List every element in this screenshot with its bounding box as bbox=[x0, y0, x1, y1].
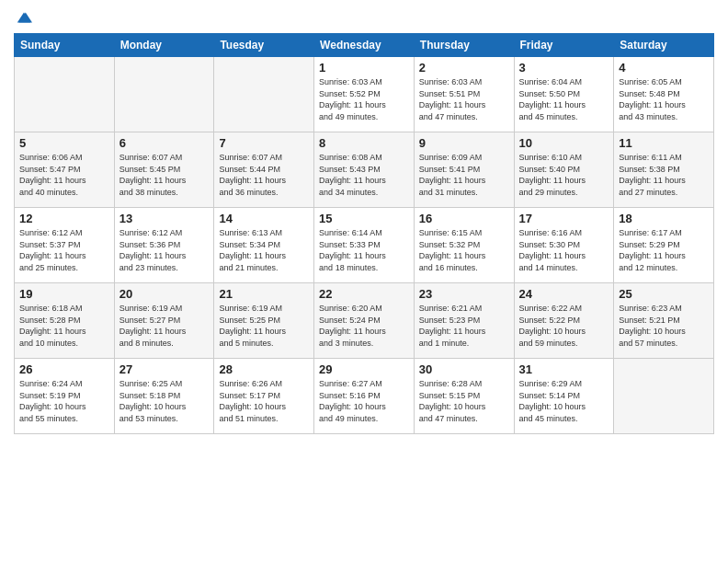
calendar-day-cell bbox=[15, 57, 115, 132]
day-number: 26 bbox=[19, 362, 109, 376]
day-info: Sunrise: 6:06 AM Sunset: 5:47 PM Dayligh… bbox=[19, 152, 109, 198]
day-number: 29 bbox=[319, 362, 409, 376]
calendar-week-row: 19Sunrise: 6:18 AM Sunset: 5:28 PM Dayli… bbox=[15, 283, 714, 359]
day-number: 18 bbox=[619, 212, 709, 225]
day-info: Sunrise: 6:07 AM Sunset: 5:45 PM Dayligh… bbox=[119, 152, 210, 198]
day-number: 23 bbox=[419, 287, 509, 301]
day-info: Sunrise: 6:10 AM Sunset: 5:40 PM Dayligh… bbox=[519, 152, 609, 198]
day-info: Sunrise: 6:19 AM Sunset: 5:25 PM Dayligh… bbox=[219, 303, 309, 349]
day-number: 14 bbox=[219, 212, 309, 225]
day-number: 2 bbox=[419, 61, 509, 75]
weekday-header-saturday: Saturday bbox=[614, 34, 714, 57]
calendar-day-cell: 10Sunrise: 6:10 AM Sunset: 5:40 PM Dayli… bbox=[514, 132, 614, 208]
weekday-header-row: SundayMondayTuesdayWednesdayThursdayFrid… bbox=[15, 34, 714, 57]
calendar-day-cell: 12Sunrise: 6:12 AM Sunset: 5:37 PM Dayli… bbox=[15, 208, 115, 283]
day-number: 12 bbox=[19, 212, 109, 225]
day-info: Sunrise: 6:11 AM Sunset: 5:38 PM Dayligh… bbox=[619, 152, 709, 198]
calendar-day-cell: 28Sunrise: 6:26 AM Sunset: 5:17 PM Dayli… bbox=[214, 359, 314, 434]
calendar-day-cell: 24Sunrise: 6:22 AM Sunset: 5:22 PM Dayli… bbox=[514, 283, 614, 359]
calendar-day-cell: 29Sunrise: 6:27 AM Sunset: 5:16 PM Dayli… bbox=[314, 359, 415, 434]
day-number: 30 bbox=[419, 362, 509, 376]
calendar-day-cell: 19Sunrise: 6:18 AM Sunset: 5:28 PM Dayli… bbox=[15, 283, 115, 359]
day-number: 1 bbox=[319, 61, 409, 75]
day-number: 15 bbox=[319, 212, 409, 225]
calendar-day-cell: 5Sunrise: 6:06 AM Sunset: 5:47 PM Daylig… bbox=[15, 132, 115, 208]
day-info: Sunrise: 6:05 AM Sunset: 5:48 PM Dayligh… bbox=[619, 76, 709, 122]
calendar-day-cell: 27Sunrise: 6:25 AM Sunset: 5:18 PM Dayli… bbox=[114, 359, 214, 434]
day-info: Sunrise: 6:13 AM Sunset: 5:34 PM Dayligh… bbox=[219, 227, 309, 273]
calendar-day-cell: 16Sunrise: 6:15 AM Sunset: 5:32 PM Dayli… bbox=[414, 208, 514, 283]
calendar-day-cell: 31Sunrise: 6:29 AM Sunset: 5:14 PM Dayli… bbox=[514, 359, 614, 434]
day-number: 5 bbox=[19, 136, 109, 150]
calendar-day-cell: 25Sunrise: 6:23 AM Sunset: 5:21 PM Dayli… bbox=[614, 283, 714, 359]
calendar-day-cell: 13Sunrise: 6:12 AM Sunset: 5:36 PM Dayli… bbox=[114, 208, 214, 283]
day-number: 8 bbox=[319, 136, 409, 150]
day-info: Sunrise: 6:04 AM Sunset: 5:50 PM Dayligh… bbox=[519, 76, 609, 122]
calendar-day-cell: 26Sunrise: 6:24 AM Sunset: 5:19 PM Dayli… bbox=[15, 359, 115, 434]
calendar-day-cell: 2Sunrise: 6:03 AM Sunset: 5:51 PM Daylig… bbox=[414, 57, 514, 132]
calendar-day-cell: 22Sunrise: 6:20 AM Sunset: 5:24 PM Dayli… bbox=[314, 283, 415, 359]
day-info: Sunrise: 6:09 AM Sunset: 5:41 PM Dayligh… bbox=[419, 152, 509, 198]
day-number: 22 bbox=[319, 287, 409, 301]
page-container: SundayMondayTuesdayWednesdayThursdayFrid… bbox=[0, 0, 728, 443]
day-number: 17 bbox=[519, 212, 609, 225]
day-number: 25 bbox=[619, 287, 709, 301]
calendar-week-row: 5Sunrise: 6:06 AM Sunset: 5:47 PM Daylig… bbox=[15, 132, 714, 208]
day-number: 21 bbox=[219, 287, 309, 301]
logo bbox=[14, 9, 32, 26]
day-number: 16 bbox=[419, 212, 509, 225]
day-number: 9 bbox=[419, 136, 509, 150]
day-number: 11 bbox=[619, 136, 709, 150]
day-info: Sunrise: 6:03 AM Sunset: 5:52 PM Dayligh… bbox=[319, 76, 409, 122]
day-info: Sunrise: 6:24 AM Sunset: 5:19 PM Dayligh… bbox=[19, 378, 109, 424]
day-info: Sunrise: 6:12 AM Sunset: 5:37 PM Dayligh… bbox=[19, 227, 109, 273]
calendar-day-cell: 20Sunrise: 6:19 AM Sunset: 5:27 PM Dayli… bbox=[114, 283, 214, 359]
day-info: Sunrise: 6:25 AM Sunset: 5:18 PM Dayligh… bbox=[119, 378, 210, 424]
calendar-week-row: 1Sunrise: 6:03 AM Sunset: 5:52 PM Daylig… bbox=[15, 57, 714, 132]
day-info: Sunrise: 6:17 AM Sunset: 5:29 PM Dayligh… bbox=[619, 227, 709, 273]
calendar-day-cell: 21Sunrise: 6:19 AM Sunset: 5:25 PM Dayli… bbox=[214, 283, 314, 359]
calendar-day-cell bbox=[614, 359, 714, 434]
weekday-header-monday: Monday bbox=[114, 34, 214, 57]
day-number: 31 bbox=[519, 362, 609, 376]
day-number: 27 bbox=[119, 362, 210, 376]
logo-icon bbox=[16, 9, 32, 26]
day-number: 28 bbox=[219, 362, 309, 376]
day-info: Sunrise: 6:23 AM Sunset: 5:21 PM Dayligh… bbox=[619, 303, 709, 349]
calendar-day-cell: 3Sunrise: 6:04 AM Sunset: 5:50 PM Daylig… bbox=[514, 57, 614, 132]
calendar-day-cell: 4Sunrise: 6:05 AM Sunset: 5:48 PM Daylig… bbox=[614, 57, 714, 132]
day-info: Sunrise: 6:29 AM Sunset: 5:14 PM Dayligh… bbox=[519, 378, 609, 424]
weekday-header-tuesday: Tuesday bbox=[214, 34, 314, 57]
day-info: Sunrise: 6:20 AM Sunset: 5:24 PM Dayligh… bbox=[319, 303, 409, 349]
day-info: Sunrise: 6:16 AM Sunset: 5:30 PM Dayligh… bbox=[519, 227, 609, 273]
calendar-day-cell: 11Sunrise: 6:11 AM Sunset: 5:38 PM Dayli… bbox=[614, 132, 714, 208]
weekday-header-thursday: Thursday bbox=[414, 34, 514, 57]
weekday-header-friday: Friday bbox=[514, 34, 614, 57]
day-info: Sunrise: 6:18 AM Sunset: 5:28 PM Dayligh… bbox=[19, 303, 109, 349]
day-info: Sunrise: 6:26 AM Sunset: 5:17 PM Dayligh… bbox=[219, 378, 309, 424]
day-info: Sunrise: 6:21 AM Sunset: 5:23 PM Dayligh… bbox=[419, 303, 509, 349]
weekday-header-wednesday: Wednesday bbox=[314, 34, 415, 57]
day-number: 4 bbox=[619, 61, 709, 75]
calendar-day-cell: 7Sunrise: 6:07 AM Sunset: 5:44 PM Daylig… bbox=[214, 132, 314, 208]
calendar-week-row: 26Sunrise: 6:24 AM Sunset: 5:19 PM Dayli… bbox=[15, 359, 714, 434]
day-number: 7 bbox=[219, 136, 309, 150]
day-info: Sunrise: 6:03 AM Sunset: 5:51 PM Dayligh… bbox=[419, 76, 509, 122]
day-number: 24 bbox=[519, 287, 609, 301]
calendar-day-cell: 6Sunrise: 6:07 AM Sunset: 5:45 PM Daylig… bbox=[114, 132, 214, 208]
calendar-day-cell: 14Sunrise: 6:13 AM Sunset: 5:34 PM Dayli… bbox=[214, 208, 314, 283]
day-info: Sunrise: 6:12 AM Sunset: 5:36 PM Dayligh… bbox=[119, 227, 210, 273]
calendar-day-cell bbox=[114, 57, 214, 132]
calendar-day-cell: 15Sunrise: 6:14 AM Sunset: 5:33 PM Dayli… bbox=[314, 208, 415, 283]
calendar-day-cell: 9Sunrise: 6:09 AM Sunset: 5:41 PM Daylig… bbox=[414, 132, 514, 208]
calendar-day-cell: 8Sunrise: 6:08 AM Sunset: 5:43 PM Daylig… bbox=[314, 132, 415, 208]
header bbox=[14, 9, 714, 26]
day-info: Sunrise: 6:22 AM Sunset: 5:22 PM Dayligh… bbox=[519, 303, 609, 349]
calendar-table: SundayMondayTuesdayWednesdayThursdayFrid… bbox=[14, 33, 714, 434]
day-number: 6 bbox=[119, 136, 210, 150]
day-number: 3 bbox=[519, 61, 609, 75]
day-number: 13 bbox=[119, 212, 210, 225]
day-number: 10 bbox=[519, 136, 609, 150]
day-info: Sunrise: 6:08 AM Sunset: 5:43 PM Dayligh… bbox=[319, 152, 409, 198]
day-info: Sunrise: 6:28 AM Sunset: 5:15 PM Dayligh… bbox=[419, 378, 509, 424]
